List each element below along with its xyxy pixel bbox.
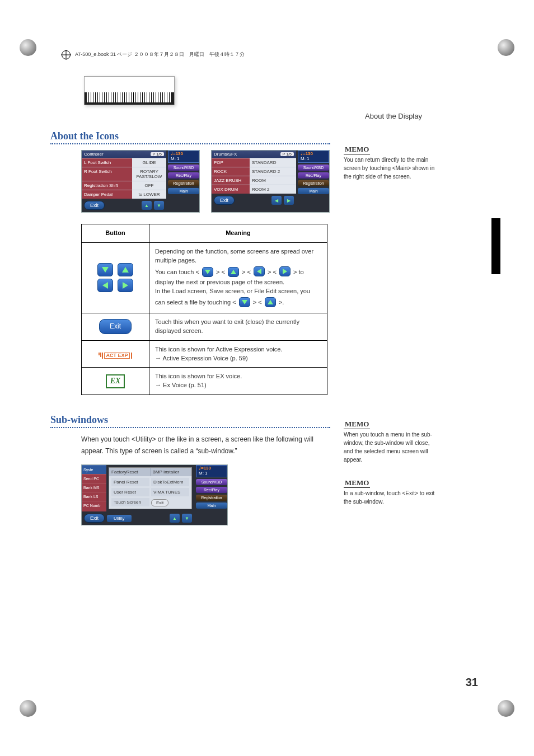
page-up-icon[interactable]: ▲ bbox=[170, 514, 180, 523]
utility-button[interactable]: Utility bbox=[107, 515, 132, 522]
page-left-icon[interactable]: ◀ bbox=[271, 196, 282, 205]
row-value[interactable]: ROTARY FAST/SLOW bbox=[132, 167, 166, 181]
section-divider bbox=[50, 143, 330, 144]
menu-item[interactable]: Touch Screen bbox=[111, 498, 149, 506]
controller-title: Controller bbox=[84, 152, 151, 157]
icon-meaning-table: Button Meaning bbox=[81, 224, 327, 395]
product-thumbnail bbox=[84, 76, 175, 105]
page-badge: P 1/5 bbox=[280, 152, 294, 156]
memo-1: MEMO You can return directly to the main… bbox=[344, 145, 484, 181]
subwindow-menu: FactoryReset BMP Installer Panel Reset D… bbox=[109, 467, 192, 509]
main-button[interactable]: Main bbox=[168, 188, 199, 194]
left-arrow-icon[interactable] bbox=[97, 279, 113, 292]
rec-play-button[interactable]: Rec/Play bbox=[298, 172, 329, 179]
exit-button[interactable]: Exit bbox=[84, 514, 105, 523]
side-tab: About the Display bbox=[491, 218, 500, 274]
menu-item[interactable]: User Reset bbox=[111, 488, 149, 496]
row-label[interactable]: L Foot Switch bbox=[82, 158, 132, 167]
inline-up-icon bbox=[228, 267, 239, 277]
memo-3: MEMO In a sub-window, touch <Exit> to ex… bbox=[344, 478, 484, 506]
row-value[interactable]: ROOM bbox=[250, 176, 296, 185]
subwin-exit-button[interactable]: Exit bbox=[151, 499, 168, 506]
inline-down-icon bbox=[202, 267, 213, 277]
row-label[interactable]: Damper Pedal bbox=[82, 190, 132, 199]
memo-label: MEMO bbox=[344, 420, 370, 429]
page-up-icon[interactable]: ▲ bbox=[142, 201, 152, 210]
section-icons-title: About the Icons bbox=[50, 130, 330, 142]
sound-kbd-button[interactable]: Sound/KBD bbox=[196, 479, 227, 485]
right-arrow-icon[interactable] bbox=[118, 279, 133, 292]
running-head: About the Display bbox=[50, 112, 484, 120]
drums-title: Drums/SFX bbox=[214, 152, 280, 157]
rec-play-button[interactable]: Rec/Play bbox=[168, 172, 199, 179]
section-subwin-title: Sub-windows bbox=[50, 414, 330, 426]
menu-item[interactable]: BMP Installer bbox=[151, 468, 192, 476]
side-item[interactable]: Bank MS bbox=[82, 483, 106, 492]
row-value[interactable]: ROOM 2 bbox=[250, 185, 296, 194]
side-item[interactable]: Send PC bbox=[82, 474, 106, 483]
page-down-icon[interactable]: ▼ bbox=[182, 514, 192, 523]
svg-marker-6 bbox=[257, 269, 261, 274]
registration-button[interactable]: Registration bbox=[168, 180, 199, 186]
row-value[interactable]: STANDARD bbox=[250, 158, 296, 167]
exit-button-large[interactable]: Exit bbox=[99, 319, 132, 334]
main-button[interactable]: Main bbox=[298, 188, 329, 194]
row-label[interactable]: POP bbox=[212, 158, 250, 167]
actexp-desc: This icon is shown for Active Expression… bbox=[149, 340, 327, 368]
page-down-icon[interactable]: ▼ bbox=[154, 201, 164, 210]
svg-marker-3 bbox=[123, 282, 128, 289]
row-value[interactable]: STANDARD 2 bbox=[250, 167, 296, 176]
sound-kbd-button[interactable]: Sound/KBD bbox=[298, 165, 329, 171]
ex-cell: EX bbox=[82, 368, 149, 395]
controller-screen: Controller P 1/5 L Foot SwitchGLIDE R Fo… bbox=[81, 150, 200, 213]
side-item[interactable]: Syste bbox=[82, 465, 106, 474]
menu-item[interactable]: FactoryReset bbox=[109, 468, 151, 476]
section-divider bbox=[50, 427, 330, 428]
tempo-display: ♩=130 M: 1 bbox=[298, 151, 329, 163]
svg-marker-4 bbox=[205, 270, 210, 274]
svg-marker-0 bbox=[102, 267, 109, 273]
tempo-display: ♩=130 M: 1 bbox=[196, 465, 227, 477]
row-value[interactable]: to LOWER bbox=[132, 190, 166, 199]
menu-item[interactable]: Panel Reset bbox=[111, 478, 149, 486]
row-value[interactable]: OFF bbox=[132, 181, 166, 190]
actexp-cell: ACT EXP bbox=[82, 340, 149, 368]
col-button: Button bbox=[82, 224, 149, 243]
subwindow-screen: Syste Send PC Bank MS Bank LS PC Numb Fa… bbox=[81, 464, 228, 525]
svg-marker-9 bbox=[268, 300, 273, 304]
menu-item[interactable]: DiskToExtMem bbox=[151, 478, 189, 486]
main-button[interactable]: Main bbox=[196, 503, 227, 509]
exit-button[interactable]: Exit bbox=[84, 201, 105, 210]
row-label[interactable]: Registration Shift bbox=[82, 181, 132, 190]
side-item[interactable]: Bank LS bbox=[82, 492, 106, 501]
inline-left-icon bbox=[254, 266, 265, 276]
inline-down-icon bbox=[239, 297, 250, 307]
down-arrow-icon[interactable] bbox=[97, 263, 113, 276]
sound-kbd-button[interactable]: Sound/KBD bbox=[168, 165, 199, 171]
svg-marker-1 bbox=[122, 267, 129, 273]
row-label[interactable]: VOX DRUM bbox=[212, 185, 250, 194]
row-label[interactable]: ROCK bbox=[212, 167, 250, 176]
tempo-display: ♩=130 M: 1 bbox=[168, 151, 199, 163]
memo-label: MEMO bbox=[344, 478, 370, 488]
svg-marker-5 bbox=[231, 270, 236, 274]
nav-arrows-cell bbox=[82, 242, 149, 313]
rec-play-button[interactable]: Rec/Play bbox=[196, 487, 227, 493]
registration-button[interactable]: Registration bbox=[196, 495, 227, 501]
menu-item[interactable]: VIMA TUNES bbox=[151, 488, 189, 496]
page-right-icon[interactable]: ▶ bbox=[284, 196, 294, 205]
subwin-intro: When you touch <Utility> or the like in … bbox=[81, 434, 330, 457]
ex-desc: This icon is shown for EX voice. → Ex Vo… bbox=[149, 368, 327, 395]
side-item[interactable]: PC Numb bbox=[82, 501, 106, 510]
exit-cell: Exit bbox=[82, 313, 149, 340]
drums-screen: Drums/SFX P 1/5 POPSTANDARD ROCKSTANDARD… bbox=[211, 150, 330, 213]
svg-marker-2 bbox=[102, 282, 108, 289]
svg-marker-8 bbox=[242, 300, 247, 304]
exit-button[interactable]: Exit bbox=[214, 196, 235, 205]
row-label[interactable]: R Foot Switch bbox=[82, 167, 132, 181]
row-label[interactable]: JAZZ BRUSH bbox=[212, 176, 250, 185]
nav-arrows-desc: Depending on the function, some screens … bbox=[149, 242, 327, 313]
up-arrow-icon[interactable] bbox=[118, 263, 133, 276]
row-value[interactable]: GLIDE bbox=[132, 158, 166, 167]
registration-button[interactable]: Registration bbox=[298, 180, 329, 186]
